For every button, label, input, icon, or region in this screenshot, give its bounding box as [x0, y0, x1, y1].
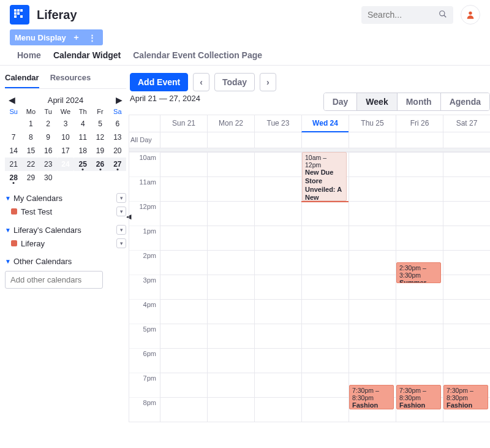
- allday-cell[interactable]: [396, 132, 443, 148]
- time-cell[interactable]: [443, 299, 490, 324]
- other-calendars-head[interactable]: ▼ Other Calendars: [5, 257, 126, 266]
- time-cell[interactable]: [443, 324, 490, 348]
- prev-week-button[interactable]: ‹: [193, 73, 209, 91]
- mini-day[interactable]: 11: [74, 131, 91, 144]
- time-cell[interactable]: [160, 177, 207, 201]
- search-icon[interactable]: [439, 10, 447, 20]
- day-header[interactable]: Sun 21: [160, 115, 207, 132]
- view-month[interactable]: Month: [398, 93, 441, 110]
- time-cell[interactable]: [443, 152, 490, 177]
- time-cell[interactable]: [349, 299, 396, 324]
- mini-day[interactable]: 28: [5, 171, 22, 184]
- time-cell[interactable]: [349, 275, 396, 299]
- sub-tab-calendar[interactable]: Calendar: [5, 70, 39, 88]
- allday-cell[interactable]: [160, 132, 207, 148]
- mini-day[interactable]: 21: [5, 158, 22, 171]
- time-cell[interactable]: [254, 373, 301, 397]
- allday-cell[interactable]: [207, 132, 254, 148]
- mini-day[interactable]: 14: [5, 144, 22, 158]
- time-cell[interactable]: [160, 226, 207, 250]
- calendar-item[interactable]: Liferay ▾: [5, 235, 126, 248]
- mini-day[interactable]: 22: [22, 158, 39, 171]
- mini-day[interactable]: 24: [57, 158, 74, 171]
- day-header[interactable]: Sat 27: [443, 115, 490, 132]
- time-cell[interactable]: [254, 177, 301, 201]
- next-week-button[interactable]: ›: [260, 73, 276, 91]
- time-cell[interactable]: [396, 299, 443, 324]
- mini-day[interactable]: 15: [22, 144, 39, 158]
- mini-day[interactable]: 16: [40, 144, 57, 158]
- time-cell[interactable]: [207, 201, 254, 226]
- time-cell[interactable]: [443, 275, 490, 299]
- time-cell[interactable]: [160, 299, 207, 324]
- top-tab-calendar-widget[interactable]: Calendar Widget: [53, 50, 121, 65]
- calendar-event[interactable]: 2:30pm – 3:30pmSummer Fashion: [396, 262, 441, 283]
- time-cell[interactable]: [301, 397, 349, 422]
- time-cell[interactable]: [443, 226, 490, 250]
- mini-day[interactable]: 1: [22, 117, 39, 131]
- time-cell[interactable]: [349, 250, 396, 275]
- brand-name[interactable]: Liferay: [37, 8, 77, 22]
- time-cell[interactable]: [301, 373, 349, 397]
- menu-display-chip[interactable]: Menu Display ＋ ⋮: [10, 29, 103, 45]
- time-cell[interactable]: [396, 177, 443, 201]
- mini-day[interactable]: 12: [91, 131, 108, 144]
- time-cell[interactable]: [207, 324, 254, 348]
- mini-day[interactable]: 5: [91, 117, 108, 131]
- today-button[interactable]: Today: [214, 73, 255, 91]
- view-week[interactable]: Week: [357, 93, 397, 110]
- day-header[interactable]: Mon 22: [207, 115, 254, 132]
- time-cell[interactable]: [207, 250, 254, 275]
- calendar-event[interactable]: 7:30pm – 8:30pmFashion Forward: [443, 385, 488, 409]
- mini-day[interactable]: 13: [109, 131, 126, 144]
- calendar-item[interactable]: Test Test ▾: [5, 203, 126, 216]
- mini-day[interactable]: 9: [40, 131, 57, 144]
- time-cell[interactable]: [443, 348, 490, 373]
- mini-prev-icon[interactable]: ◀: [9, 95, 15, 105]
- calendar-event[interactable]: 10am – 12pmNew Due Store Unveiled: A New: [302, 152, 347, 201]
- time-cell[interactable]: [207, 299, 254, 324]
- time-cell[interactable]: [396, 152, 443, 177]
- add-menu-icon[interactable]: ＋: [71, 32, 82, 43]
- time-cell[interactable]: [349, 201, 396, 226]
- time-cell[interactable]: [301, 348, 349, 373]
- add-other-calendars-input[interactable]: [5, 271, 103, 289]
- time-cell[interactable]: [254, 275, 301, 299]
- user-avatar[interactable]: [461, 5, 480, 25]
- allday-cell[interactable]: [443, 132, 490, 148]
- mini-day[interactable]: 3: [57, 117, 74, 131]
- my-calendars-head[interactable]: ▼ My Calendars ▾: [5, 193, 126, 203]
- time-cell[interactable]: [160, 373, 207, 397]
- calendar-item-menu[interactable]: ▾: [116, 238, 126, 248]
- time-cell[interactable]: [396, 324, 443, 348]
- view-agenda[interactable]: Agenda: [441, 93, 489, 110]
- time-cell[interactable]: [207, 397, 254, 422]
- mini-day[interactable]: 29: [22, 171, 39, 184]
- time-cell[interactable]: [207, 348, 254, 373]
- time-cell[interactable]: [443, 250, 490, 275]
- mini-day[interactable]: 27: [109, 158, 126, 171]
- time-cell[interactable]: [160, 397, 207, 422]
- time-cell[interactable]: [207, 373, 254, 397]
- mini-day[interactable]: 2: [40, 117, 57, 131]
- mini-day[interactable]: 18: [74, 144, 91, 158]
- view-day[interactable]: Day: [324, 93, 358, 110]
- top-tab-home[interactable]: Home: [17, 50, 41, 65]
- time-cell[interactable]: [349, 324, 396, 348]
- time-cell[interactable]: [207, 177, 254, 201]
- search-box[interactable]: [361, 6, 453, 24]
- allday-cell[interactable]: [254, 132, 301, 148]
- time-cell[interactable]: [301, 324, 349, 348]
- time-cell[interactable]: [207, 275, 254, 299]
- mini-day[interactable]: 8: [22, 131, 39, 144]
- calendar-item-menu[interactable]: ▾: [116, 207, 126, 216]
- mini-day[interactable]: 4: [74, 117, 91, 131]
- time-cell[interactable]: [160, 348, 207, 373]
- top-tab-calendar-event-collection-page[interactable]: Calendar Event Collection Page: [133, 50, 262, 65]
- allday-cell[interactable]: [349, 132, 396, 148]
- mini-day[interactable]: 25: [74, 158, 91, 171]
- day-header[interactable]: Tue 23: [254, 115, 301, 132]
- time-cell[interactable]: [254, 348, 301, 373]
- mini-day[interactable]: 17: [57, 144, 74, 158]
- time-cell[interactable]: [301, 250, 349, 275]
